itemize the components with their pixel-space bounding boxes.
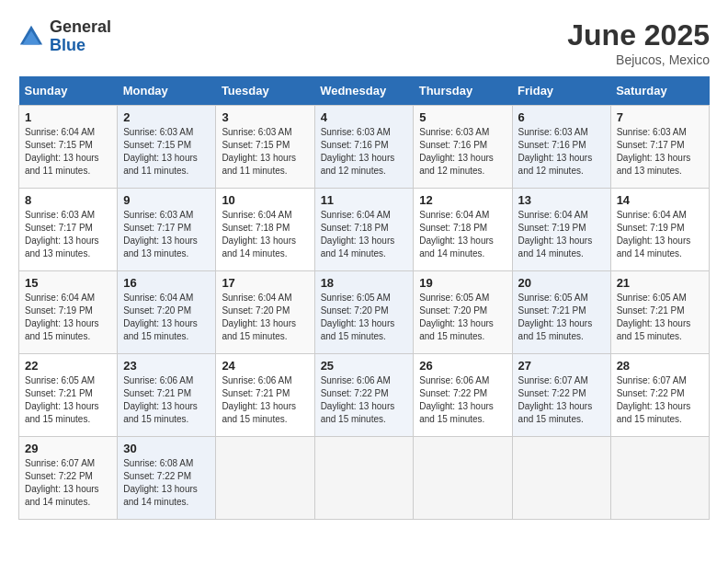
day-info: Sunrise: 6:06 AMSunset: 7:21 PMDaylight:… [222,375,296,424]
calendar-cell: 3 Sunrise: 6:03 AMSunset: 7:15 PMDayligh… [216,106,314,189]
calendar-week-5: 29 Sunrise: 6:07 AMSunset: 7:22 PMDaylig… [19,437,710,520]
day-number: 26 [419,359,506,373]
day-info: Sunrise: 6:04 AMSunset: 7:20 PMDaylight:… [123,293,198,341]
day-number: 2 [123,110,210,124]
calendar-cell: 29 Sunrise: 6:07 AMSunset: 7:22 PMDaylig… [19,437,118,520]
calendar-cell: 18 Sunrise: 6:05 AMSunset: 7:20 PMDaylig… [314,271,414,354]
calendar-cell: 20 Sunrise: 6:05 AMSunset: 7:21 PMDaylig… [512,271,610,354]
day-number: 30 [123,442,210,455]
calendar-cell: 14 Sunrise: 6:04 AMSunset: 7:19 PMDaylig… [610,189,709,271]
calendar-cell: 13 Sunrise: 6:04 AMSunset: 7:19 PMDaylig… [512,189,610,271]
day-number: 13 [518,193,605,207]
day-number: 28 [617,359,703,373]
month-title: June 2025 [567,18,710,52]
calendar-cell [414,437,512,520]
col-wednesday: Wednesday [314,76,414,106]
day-info: Sunrise: 6:03 AMSunset: 7:15 PMDaylight:… [222,127,296,176]
day-info: Sunrise: 6:05 AMSunset: 7:21 PMDaylight:… [518,293,593,341]
col-sunday: Sunday [19,76,118,106]
calendar-cell: 8 Sunrise: 6:03 AMSunset: 7:17 PMDayligh… [19,189,118,271]
day-number: 10 [222,193,308,207]
day-number: 12 [419,193,506,207]
logo-general-text: General [50,17,111,36]
col-thursday: Thursday [414,76,512,106]
calendar-cell: 10 Sunrise: 6:04 AMSunset: 7:18 PMDaylig… [216,189,314,271]
calendar-week-2: 8 Sunrise: 6:03 AMSunset: 7:17 PMDayligh… [19,189,710,271]
day-number: 29 [25,442,111,455]
day-info: Sunrise: 6:04 AMSunset: 7:20 PMDaylight:… [222,293,296,341]
page-header: General Blue June 2025 Bejucos, Mexico [18,18,710,67]
col-tuesday: Tuesday [216,76,314,106]
col-saturday: Saturday [610,76,709,106]
day-number: 20 [518,276,605,290]
location-text: Bejucos, Mexico [567,52,710,67]
day-number: 21 [617,276,703,290]
day-info: Sunrise: 6:08 AMSunset: 7:22 PMDaylight:… [123,458,198,507]
day-number: 15 [25,276,111,290]
day-info: Sunrise: 6:07 AMSunset: 7:22 PMDaylight:… [25,458,99,507]
calendar-cell: 19 Sunrise: 6:05 AMSunset: 7:20 PMDaylig… [414,271,512,354]
day-info: Sunrise: 6:05 AMSunset: 7:20 PMDaylight:… [419,293,494,341]
day-number: 27 [518,359,605,373]
calendar-cell: 9 Sunrise: 6:03 AMSunset: 7:17 PMDayligh… [118,189,216,271]
day-info: Sunrise: 6:03 AMSunset: 7:16 PMDaylight:… [518,127,593,176]
calendar-cell: 28 Sunrise: 6:07 AMSunset: 7:22 PMDaylig… [610,354,709,437]
day-info: Sunrise: 6:05 AMSunset: 7:21 PMDaylight:… [25,375,99,424]
day-info: Sunrise: 6:07 AMSunset: 7:22 PMDaylight:… [617,375,691,424]
calendar-cell: 1 Sunrise: 6:04 AMSunset: 7:15 PMDayligh… [19,106,118,189]
day-number: 24 [222,359,308,373]
logo: General Blue [18,18,111,55]
day-number: 18 [321,276,408,290]
calendar-cell [216,437,314,520]
day-info: Sunrise: 6:06 AMSunset: 7:21 PMDaylight:… [123,375,198,424]
day-info: Sunrise: 6:04 AMSunset: 7:19 PMDaylight:… [25,293,99,341]
title-section: June 2025 Bejucos, Mexico [567,18,710,67]
day-number: 9 [123,193,210,207]
day-info: Sunrise: 6:03 AMSunset: 7:17 PMDaylight:… [617,127,691,176]
day-number: 11 [321,193,408,207]
day-number: 1 [25,110,111,124]
day-info: Sunrise: 6:07 AMSunset: 7:22 PMDaylight:… [518,375,593,424]
day-info: Sunrise: 6:04 AMSunset: 7:18 PMDaylight:… [419,210,494,259]
day-info: Sunrise: 6:03 AMSunset: 7:15 PMDaylight:… [123,127,198,176]
calendar-cell: 24 Sunrise: 6:06 AMSunset: 7:21 PMDaylig… [216,354,314,437]
calendar-cell: 4 Sunrise: 6:03 AMSunset: 7:16 PMDayligh… [314,106,414,189]
calendar-cell: 22 Sunrise: 6:05 AMSunset: 7:21 PMDaylig… [19,354,118,437]
day-number: 19 [419,276,506,290]
calendar-week-1: 1 Sunrise: 6:04 AMSunset: 7:15 PMDayligh… [19,106,710,189]
day-info: Sunrise: 6:03 AMSunset: 7:17 PMDaylight:… [123,210,198,259]
calendar-cell: 21 Sunrise: 6:05 AMSunset: 7:21 PMDaylig… [610,271,709,354]
col-friday: Friday [512,76,610,106]
calendar-week-3: 15 Sunrise: 6:04 AMSunset: 7:19 PMDaylig… [19,271,710,354]
day-number: 8 [25,193,111,207]
calendar-cell [512,437,610,520]
day-info: Sunrise: 6:04 AMSunset: 7:15 PMDaylight:… [25,127,99,176]
day-info: Sunrise: 6:06 AMSunset: 7:22 PMDaylight:… [321,375,395,424]
calendar-cell: 16 Sunrise: 6:04 AMSunset: 7:20 PMDaylig… [118,271,216,354]
day-number: 16 [123,276,210,290]
day-number: 6 [518,110,605,124]
day-number: 5 [419,110,506,124]
day-info: Sunrise: 6:06 AMSunset: 7:22 PMDaylight:… [419,375,494,424]
day-number: 22 [25,359,111,373]
calendar-cell: 30 Sunrise: 6:08 AMSunset: 7:22 PMDaylig… [118,437,216,520]
calendar-cell: 11 Sunrise: 6:04 AMSunset: 7:18 PMDaylig… [314,189,414,271]
day-info: Sunrise: 6:04 AMSunset: 7:19 PMDaylight:… [518,210,593,259]
calendar-cell [610,437,709,520]
logo-icon [18,24,44,50]
header-row: Sunday Monday Tuesday Wednesday Thursday… [19,76,710,106]
calendar-cell: 27 Sunrise: 6:07 AMSunset: 7:22 PMDaylig… [512,354,610,437]
calendar-cell: 7 Sunrise: 6:03 AMSunset: 7:17 PMDayligh… [610,106,709,189]
calendar-cell: 2 Sunrise: 6:03 AMSunset: 7:15 PMDayligh… [118,106,216,189]
calendar-cell: 15 Sunrise: 6:04 AMSunset: 7:19 PMDaylig… [19,271,118,354]
col-monday: Monday [118,76,216,106]
calendar-cell [314,437,414,520]
calendar-cell: 12 Sunrise: 6:04 AMSunset: 7:18 PMDaylig… [414,189,512,271]
calendar-cell: 26 Sunrise: 6:06 AMSunset: 7:22 PMDaylig… [414,354,512,437]
calendar-cell: 23 Sunrise: 6:06 AMSunset: 7:21 PMDaylig… [118,354,216,437]
day-number: 23 [123,359,210,373]
day-info: Sunrise: 6:05 AMSunset: 7:21 PMDaylight:… [617,293,691,341]
day-number: 4 [321,110,408,124]
day-number: 3 [222,110,308,124]
logo-blue-text: Blue [50,36,85,54]
